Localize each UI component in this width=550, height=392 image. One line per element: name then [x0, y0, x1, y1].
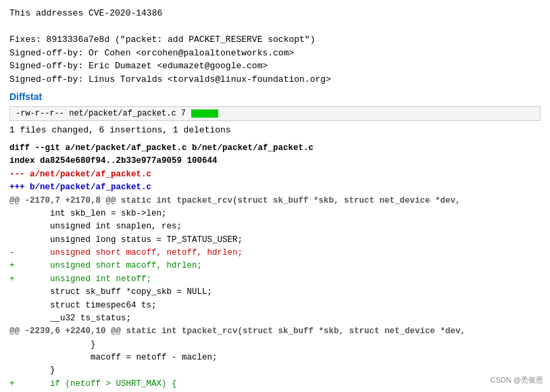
diff-added1: + unsigned short macoff, hdrlen; — [9, 260, 541, 272]
diff-added3: + if (netoff > USHRT_MAX) { — [9, 378, 541, 391]
intro-section: This addresses CVE-2020-14386 Fixes: 891… — [9, 7, 541, 86]
watermark: CSDN @秃俊恩 — [491, 375, 543, 385]
diff-ctx3-3: } — [9, 364, 541, 377]
intro-line5: Signed-off-by: Eric Dumazet <edumazet@go… — [9, 59, 541, 73]
diffstat-summary: 1 files changed, 6 insertions, 1 deletio… — [9, 125, 541, 135]
diff-hunk1: @@ -2170,7 +2170,8 @@ static int tpacket… — [9, 195, 541, 207]
intro-line1: This addresses CVE-2020-14386 — [9, 7, 541, 20]
diff-section: diff --git a/net/packet/af_packet.c b/ne… — [9, 142, 541, 392]
diffstat-bar-segment — [191, 109, 218, 118]
diff-removed1: - unsigned short macoff, netoff, hdrlen; — [9, 247, 541, 260]
diff-file-b: +++ b/net/packet/af_packet.c — [9, 181, 541, 194]
diff-added2: + unsigned int netoff; — [9, 273, 541, 286]
intro-line6: Signed-off-by: Linus Torvalds <torvalds@… — [9, 73, 541, 87]
diff-ctx2-2: struct timespec64 ts; — [9, 299, 541, 312]
diffstat-heading: Diffstat — [9, 91, 541, 102]
diff-ctx2-3: __u32 ts_status; — [9, 312, 541, 325]
diff-hunk2: @@ -2239,6 +2240,10 @@ static int tpacke… — [9, 325, 541, 338]
diff-file-a: --- a/net/packet/af_packet.c — [9, 168, 541, 181]
intro-line3: Fixes: 8913336a7e8d ("packet: add PACKET… — [9, 33, 541, 47]
diff-ctx1-2: unsigned int snaplen, res; — [9, 220, 541, 233]
diff-header2: index da8254e680f94..2b33e977a9059 10064… — [9, 155, 541, 168]
content-area: This addresses CVE-2020-14386 Fixes: 891… — [0, 0, 550, 392]
diffstat-filename: -rw-r--r-- net/packet/af_packet.c 7 — [16, 109, 186, 118]
diff-header1: diff --git a/net/packet/af_packet.c b/ne… — [9, 142, 541, 155]
diff-ctx3-2: macoff = netoff - maclen; — [9, 351, 541, 364]
diff-ctx3-1: } — [9, 339, 541, 351]
diff-ctx1-1: int skb_len = skb->len; — [9, 207, 541, 220]
diffstat-bar: -rw-r--r-- net/packet/af_packet.c 7 — [9, 106, 541, 121]
diff-ctx1-3: unsigned long status = TP_STATUS_USER; — [9, 234, 541, 247]
intro-line2 — [9, 20, 541, 34]
diff-ctx2-1: struct sk_buff *copy_skb = NULL; — [9, 286, 541, 299]
intro-line4: Signed-off-by: Or Cohen <orcohen@paloalt… — [9, 47, 541, 60]
